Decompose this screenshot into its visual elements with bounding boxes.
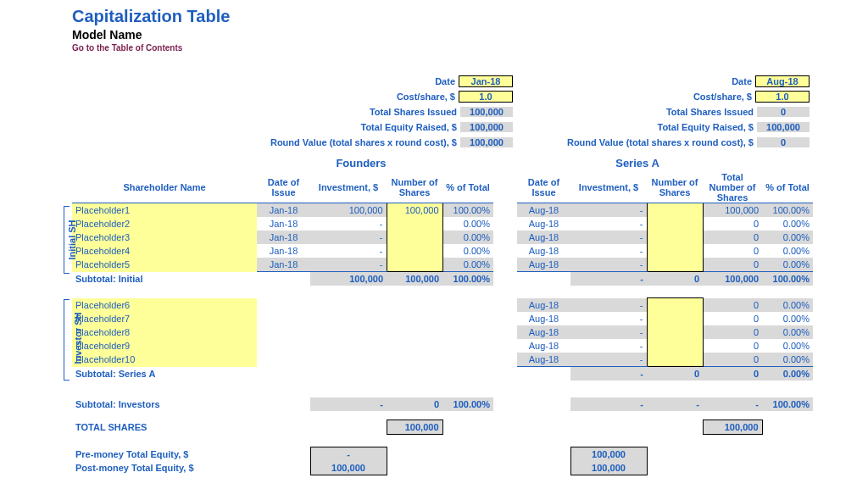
post-money-row: Post-money Total Equity, $ 100,000 100,0… bbox=[72, 461, 813, 475]
total-shares-row: TOTAL SHARES 100,000 100,000 bbox=[72, 420, 813, 435]
seriesa-round: 0 bbox=[757, 137, 810, 147]
col-shares-a: Number of Shares bbox=[647, 172, 703, 203]
table-row: Placeholder8 Aug-18-00.00% bbox=[72, 325, 813, 339]
col-tot-a: Total Number of Shares bbox=[703, 172, 762, 203]
col-shares-f: Number of Shares bbox=[387, 172, 442, 203]
seriesa-equity: 100,000 bbox=[757, 122, 810, 132]
col-pct-f: % of Total bbox=[442, 172, 493, 203]
founders-header: Founders bbox=[250, 155, 472, 172]
seriesa-cost[interactable]: 1.0 bbox=[755, 91, 810, 103]
table-row: Placeholder9 Aug-18-00.00% bbox=[72, 339, 813, 353]
table-row: Placeholder10 Aug-18-00.00% bbox=[72, 353, 813, 367]
founders-equity: 100,000 bbox=[460, 122, 513, 132]
pre-money-row: Pre-money Total Equity, $ - 100,000 bbox=[72, 447, 813, 462]
initial-sh-label: Initial SH bbox=[67, 219, 77, 259]
label-round: Round Value (total shares x round cost),… bbox=[270, 137, 460, 147]
table-row: Placeholder2 Jan-18-0.00% Aug-18-00.00% bbox=[72, 217, 813, 231]
page-title: Capitalization Table bbox=[72, 7, 834, 26]
seriesa-shares: 0 bbox=[757, 107, 810, 117]
label-cost: Cost/share, $ bbox=[397, 92, 459, 102]
toc-link[interactable]: Go to the Table of Contents bbox=[72, 43, 834, 53]
col-inv-f: Investment, $ bbox=[310, 172, 387, 203]
table-row: Placeholder7 Aug-18-00.00% bbox=[72, 312, 813, 325]
col-shareholder: Shareholder Name bbox=[72, 172, 257, 203]
table-row: Placeholder4 Jan-18-0.00% Aug-18-00.00% bbox=[72, 244, 813, 258]
label-equity: Total Equity Raised, $ bbox=[361, 122, 461, 132]
table-row: Placeholder6 Aug-18-00.00% bbox=[72, 298, 813, 313]
seriesa-date[interactable]: Aug-18 bbox=[755, 75, 810, 87]
label-date: Date bbox=[435, 76, 459, 86]
table-row: Placeholder1 Jan-18 100,000 100,000 100.… bbox=[72, 203, 813, 218]
label-shares: Total Shares Issued bbox=[370, 107, 460, 117]
summary-row: DateJan-18 Cost/share, $1.0 Total Shares… bbox=[72, 74, 834, 150]
cap-table-document: Capitalization Table Model Name Go to th… bbox=[0, 0, 868, 489]
cap-table: Shareholder Name Date of Issue Investmen… bbox=[72, 172, 813, 475]
founders-shares: 100,000 bbox=[460, 107, 513, 117]
col-date-a: Date of Issue bbox=[517, 172, 570, 203]
model-name: Model Name bbox=[72, 28, 834, 42]
founders-date[interactable]: Jan-18 bbox=[459, 75, 513, 87]
col-inv-a: Investment, $ bbox=[570, 172, 647, 203]
subtotal-investors: Subtotal: Investors -0100.00% ---100.00% bbox=[72, 397, 813, 411]
founders-cost[interactable]: 1.0 bbox=[459, 91, 513, 103]
table-row: Placeholder3 Jan-18-0.00% Aug-18-00.00% bbox=[72, 231, 813, 244]
subtotal-initial: Subtotal: Initial 100,000100,000100.00% … bbox=[72, 272, 813, 286]
founders-round: 100,000 bbox=[460, 137, 513, 147]
investor-sh-label: Investor SH bbox=[73, 312, 83, 364]
seriesa-header: Series A bbox=[498, 155, 777, 172]
col-pct-a: % of Total bbox=[762, 172, 813, 203]
table-row: Placeholder5 Jan-18-0.00% Aug-18-00.00% bbox=[72, 258, 813, 272]
seriesa-summary: DateAug-18 Cost/share, $1.0 Total Shares… bbox=[547, 74, 810, 150]
col-date-f: Date of Issue bbox=[257, 172, 310, 203]
founders-summary: DateJan-18 Cost/share, $1.0 Total Shares… bbox=[250, 74, 513, 150]
subtotal-seriesa: Subtotal: Series A -000.00% bbox=[72, 367, 813, 381]
